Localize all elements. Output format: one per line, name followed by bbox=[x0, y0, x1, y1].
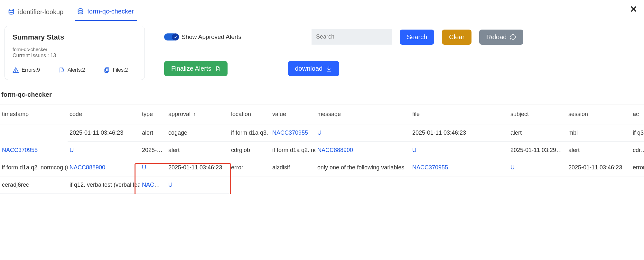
cell-type: error bbox=[229, 159, 270, 176]
cell-subject[interactable]: NACC370955 bbox=[410, 159, 509, 176]
cell-type: alert bbox=[509, 124, 566, 142]
cell-action[interactable]: U bbox=[315, 124, 410, 142]
download-button[interactable]: download bbox=[288, 61, 340, 76]
cell-message: if form d1a q3. demented (dementi bbox=[229, 124, 270, 142]
stat-alerts: Alerts:2 bbox=[59, 67, 85, 73]
col-file[interactable]: file bbox=[410, 104, 509, 124]
clear-button[interactable]: Clear bbox=[442, 30, 471, 45]
col-message[interactable]: message bbox=[315, 104, 410, 124]
svg-point-2 bbox=[15, 71, 16, 72]
search-input-wrap bbox=[312, 29, 392, 45]
svg-point-0 bbox=[9, 9, 14, 11]
finalize-alerts-button[interactable]: Finalize Alerts bbox=[164, 61, 228, 76]
cell-location: mbi bbox=[566, 124, 631, 142]
close-icon[interactable]: ✕ bbox=[630, 4, 638, 14]
cell-type: alert bbox=[166, 142, 229, 159]
database-icon bbox=[77, 8, 84, 15]
cell-type: alert bbox=[140, 124, 166, 142]
cell-action[interactable]: U bbox=[166, 176, 229, 194]
svg-rect-4 bbox=[105, 69, 108, 73]
download-icon bbox=[326, 66, 332, 72]
col-action[interactable]: ac bbox=[631, 104, 644, 124]
reload-icon bbox=[510, 34, 516, 40]
cell-timestamp: 2025-01-11 03:29:05 bbox=[140, 142, 166, 159]
database-icon bbox=[8, 8, 15, 15]
flag-icon bbox=[59, 67, 65, 73]
cell-subject[interactable]: NACC370955 bbox=[0, 142, 68, 159]
svg-rect-3 bbox=[106, 68, 109, 72]
cell-subject[interactable]: NACC888900 bbox=[68, 159, 140, 176]
svg-point-1 bbox=[78, 8, 83, 10]
cell-timestamp: 2025-01-11 03:46:23 bbox=[68, 124, 140, 142]
cell-type: error bbox=[631, 159, 644, 176]
summary-title: Summary Stats bbox=[13, 33, 137, 41]
col-code[interactable]: code bbox=[68, 104, 140, 124]
cell-action[interactable]: U bbox=[140, 159, 166, 176]
tab-form-qc-checker[interactable]: form-qc-checker bbox=[75, 4, 137, 21]
cell-location: alzdisif bbox=[270, 159, 315, 176]
summary-issues: Current Issues : 13 bbox=[13, 53, 137, 58]
cell-message: if form d1a q2. normcog (normal c bbox=[270, 142, 315, 159]
col-timestamp[interactable]: timestamp bbox=[0, 104, 68, 124]
cell-type: alert bbox=[566, 142, 631, 159]
sort-asc-icon: ↑ bbox=[193, 112, 196, 117]
cell-timestamp: 2025-01-11 03:46:23 bbox=[166, 159, 229, 176]
summary-stats-card: Summary Stats form-qc-checker Current Is… bbox=[5, 26, 145, 80]
search-input[interactable] bbox=[312, 29, 392, 45]
cell-location: ceradj6rec bbox=[0, 176, 68, 194]
cell-timestamp: 2025-01-11 03:29:05 bbox=[509, 142, 566, 159]
cell-action[interactable]: U bbox=[509, 159, 566, 176]
col-location[interactable]: location bbox=[229, 104, 270, 124]
reload-button[interactable]: Reload bbox=[479, 30, 523, 45]
cell-timestamp: 2025-01-11 03:46:23 bbox=[410, 124, 509, 142]
toggle-label: Show Approved Alerts bbox=[182, 33, 241, 40]
warning-icon bbox=[13, 67, 19, 73]
issues-table: timestamp code type approval↑ location v… bbox=[0, 104, 644, 194]
cell-subject[interactable]: NACC370955 bbox=[140, 176, 166, 194]
cell-location: cdrsum bbox=[631, 142, 644, 159]
col-type[interactable]: type bbox=[140, 104, 166, 124]
tab-label: form-qc-checker bbox=[87, 8, 134, 15]
cell-message: if form d1a q2. normcog (normal c bbox=[0, 159, 68, 176]
cell-timestamp: 2025-01-11 03:46:23 bbox=[566, 159, 631, 176]
document-icon bbox=[215, 66, 220, 72]
search-button[interactable]: Search bbox=[400, 30, 434, 45]
tabs-bar: identifier-lookup form-qc-checker bbox=[0, 0, 644, 21]
tab-identifier-lookup[interactable]: identifier-lookup bbox=[6, 5, 67, 21]
cell-action[interactable]: U bbox=[410, 142, 509, 159]
col-approval[interactable]: approval↑ bbox=[166, 104, 229, 124]
cell-location: cdrglob bbox=[229, 142, 270, 159]
stat-files: Files:2 bbox=[104, 67, 128, 73]
col-subject[interactable]: subject bbox=[509, 104, 566, 124]
stat-errors: Errors:9 bbox=[13, 67, 40, 73]
show-approved-toggle[interactable]: ✓ bbox=[164, 33, 177, 40]
cell-location: cogage bbox=[166, 124, 229, 142]
section-heading: form-qc-checker bbox=[0, 80, 644, 104]
cell-message: if q12. verbaltest (verbal learning t bbox=[68, 176, 140, 194]
cell-action[interactable]: U bbox=[68, 142, 140, 159]
tab-label: identifier-lookup bbox=[18, 8, 63, 16]
cell-subject[interactable]: NACC888900 bbox=[315, 142, 410, 159]
summary-subtitle: form-qc-checker bbox=[13, 47, 137, 52]
top-controls-row: Summary Stats form-qc-checker Current Is… bbox=[0, 21, 644, 80]
cell-subject[interactable]: NACC370955 bbox=[270, 124, 315, 142]
cell-message: only one of the following variables bbox=[315, 159, 410, 176]
col-value[interactable]: value bbox=[270, 104, 315, 124]
col-session[interactable]: session bbox=[566, 104, 631, 124]
files-icon bbox=[104, 67, 110, 73]
cell-message: if q3. demented (dementia?)=1 (ye bbox=[631, 124, 644, 142]
